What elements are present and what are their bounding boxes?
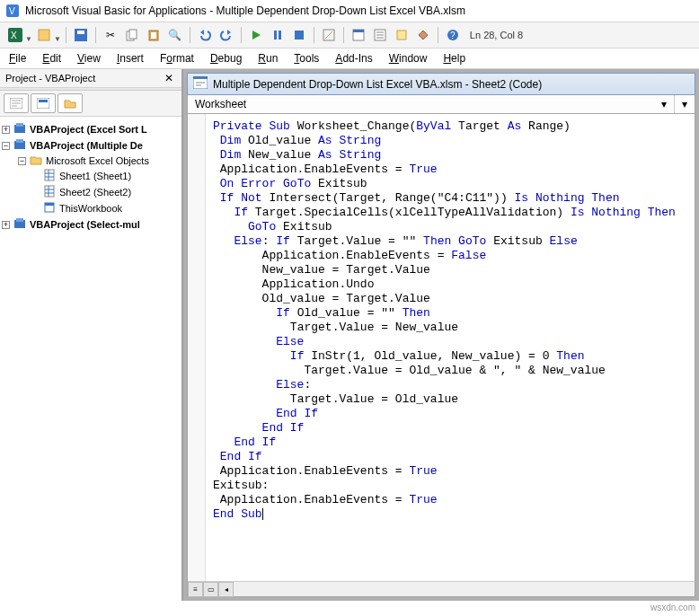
- cut-icon[interactable]: ✂: [101, 25, 120, 45]
- view-object-icon[interactable]: [31, 93, 56, 113]
- menu-edit[interactable]: Edit: [42, 52, 61, 65]
- code-editor[interactable]: Private Sub Worksheet_Change(ByVal Targe…: [187, 114, 695, 597]
- chevron-down-icon: ▾: [682, 98, 687, 110]
- procedure-combo[interactable]: ▾: [675, 95, 695, 113]
- project-icon: [13, 122, 26, 136]
- redo-icon[interactable]: [217, 25, 236, 45]
- menu-bar: File Edit View Insert Format Debug Run T…: [0, 48, 699, 69]
- form-icon[interactable]: [34, 25, 54, 45]
- scroll-left-icon[interactable]: ◂: [218, 582, 234, 597]
- tree-project-1[interactable]: +VBAProject (Excel Sort L: [2, 121, 180, 137]
- toggle-folders-icon[interactable]: [58, 93, 83, 113]
- code-window-titlebar[interactable]: Multiple Dependent Drop-Down List Excel …: [187, 73, 695, 95]
- design-mode-icon[interactable]: [319, 25, 339, 45]
- svg-text:V: V: [9, 6, 15, 16]
- undo-icon[interactable]: [195, 25, 215, 45]
- expander-icon[interactable]: −: [2, 142, 10, 150]
- svg-rect-23: [39, 100, 48, 102]
- pause-icon[interactable]: [268, 25, 288, 45]
- svg-rect-31: [45, 203, 54, 206]
- svg-rect-4: [39, 30, 49, 40]
- menu-run[interactable]: Run: [258, 52, 278, 65]
- tree-project-3[interactable]: +VBAProject (Select-mul: [2, 216, 180, 233]
- project-icon: [13, 138, 26, 153]
- menu-insert[interactable]: Insert: [117, 52, 144, 65]
- horizontal-scrollbar[interactable]: ≡ ▭ ◂: [188, 581, 695, 596]
- paste-icon[interactable]: [144, 25, 164, 45]
- expander-icon[interactable]: −: [18, 157, 26, 165]
- main-toolbar: X▼ ▼ ✂ 🔍 ? Ln 28, Col 8: [0, 22, 699, 48]
- window-title: Microsoft Visual Basic for Applications …: [25, 4, 465, 17]
- copy-icon[interactable]: [122, 25, 142, 45]
- find-icon[interactable]: 🔍: [165, 25, 185, 45]
- svg-rect-27: [16, 139, 23, 143]
- folder-open-icon: [30, 154, 42, 167]
- svg-rect-29: [45, 186, 54, 197]
- svg-rect-18: [397, 31, 406, 40]
- svg-rect-10: [151, 32, 156, 39]
- sheet-icon: [43, 185, 56, 199]
- svg-rect-13: [295, 31, 304, 40]
- title-bar: V Microsoft Visual Basic for Application…: [0, 0, 699, 22]
- svg-rect-22: [37, 98, 49, 109]
- caret-position: Ln 28, Col 8: [465, 30, 528, 40]
- svg-rect-16: [353, 30, 364, 32]
- project-icon: [13, 217, 26, 232]
- menu-format[interactable]: Format: [160, 52, 194, 65]
- svg-rect-8: [129, 30, 137, 39]
- workbook-icon: [43, 201, 56, 216]
- text-caret: [262, 508, 263, 520]
- excel-icon[interactable]: X: [5, 25, 25, 45]
- menu-tools[interactable]: Tools: [294, 52, 319, 65]
- tree-folder-excel-objects[interactable]: −Microsoft Excel Objects: [2, 154, 180, 168]
- code-combo-row: Worksheet▾ ▾: [187, 95, 695, 114]
- panel-close-icon[interactable]: ✕: [162, 72, 176, 84]
- full-module-view-icon[interactable]: ≡: [188, 582, 203, 597]
- code-window-title: Multiple Dependent Drop-Down List Excel …: [213, 78, 542, 91]
- menu-help[interactable]: Help: [443, 52, 465, 65]
- toolbox-icon[interactable]: [413, 25, 433, 45]
- properties-icon[interactable]: [370, 25, 390, 45]
- stop-icon[interactable]: [289, 25, 309, 45]
- menu-addins[interactable]: Add-Ins: [335, 52, 372, 65]
- project-tree[interactable]: +VBAProject (Excel Sort L −VBAProject (M…: [0, 117, 181, 601]
- svg-rect-25: [16, 123, 23, 127]
- svg-rect-33: [16, 218, 23, 222]
- menu-debug[interactable]: Debug: [210, 52, 242, 65]
- project-panel-title: Project - VBAProject: [5, 73, 95, 84]
- project-panel-toolbar: [0, 91, 181, 117]
- code-text[interactable]: Private Sub Worksheet_Change(ByVal Targe…: [206, 114, 695, 581]
- tree-sheet1[interactable]: Sheet1 (Sheet1): [2, 168, 180, 184]
- code-margin: [188, 114, 206, 581]
- menu-view[interactable]: View: [77, 52, 101, 65]
- expander-icon[interactable]: +: [2, 126, 10, 134]
- code-window-icon: [193, 76, 208, 92]
- menu-file[interactable]: File: [9, 52, 26, 65]
- sheet-icon: [43, 169, 56, 183]
- expander-icon[interactable]: +: [2, 221, 10, 229]
- svg-rect-28: [45, 170, 54, 180]
- svg-rect-12: [279, 31, 281, 40]
- svg-text:X: X: [11, 31, 17, 40]
- help-icon[interactable]: ?: [443, 25, 463, 45]
- project-explorer-icon[interactable]: [349, 25, 368, 45]
- tree-sheet2[interactable]: Sheet2 (Sheet2): [2, 184, 180, 200]
- svg-rect-6: [77, 31, 84, 34]
- project-panel-header: Project - VBAProject ✕: [0, 69, 181, 88]
- run-icon[interactable]: [246, 25, 266, 45]
- menu-window[interactable]: Window: [389, 52, 428, 65]
- tree-thisworkbook[interactable]: ThisWorkbook: [2, 200, 180, 216]
- view-code-icon[interactable]: [4, 93, 29, 113]
- svg-rect-35: [193, 76, 208, 79]
- svg-text:?: ?: [450, 31, 456, 40]
- app-icon: V: [5, 4, 20, 18]
- object-browser-icon[interactable]: [392, 25, 411, 45]
- svg-rect-11: [274, 31, 277, 40]
- procedure-view-icon[interactable]: ▭: [203, 582, 218, 597]
- save-icon[interactable]: [71, 25, 91, 45]
- project-panel: Project - VBAProject ✕ +VBAProject (Exce…: [0, 69, 183, 601]
- chevron-down-icon: ▾: [661, 98, 667, 110]
- code-area: Multiple Dependent Drop-Down List Excel …: [183, 69, 699, 601]
- tree-project-2[interactable]: −VBAProject (Multiple De: [2, 137, 180, 154]
- object-combo[interactable]: Worksheet▾: [188, 95, 675, 113]
